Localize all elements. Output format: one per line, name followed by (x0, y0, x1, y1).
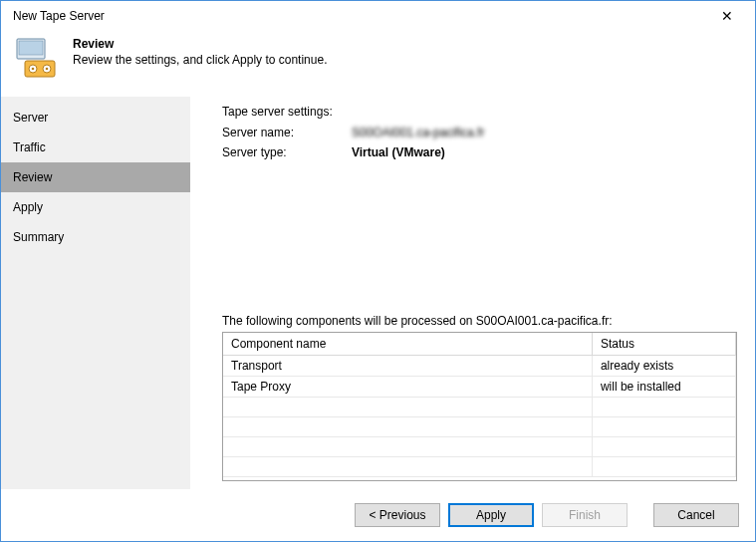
page-title: Review (73, 37, 327, 51)
settings-heading: Tape server settings: (222, 105, 737, 119)
close-icon: ✕ (721, 8, 733, 24)
server-name-value: S00OAI001.ca-pacifica.fr (352, 123, 484, 142)
component-name-cell: Transport (223, 356, 592, 377)
wizard-header: Review Review the settings, and click Ap… (1, 31, 755, 97)
tape-server-icon (15, 37, 59, 81)
finish-button: Finish (542, 503, 628, 527)
table-row (223, 398, 736, 417)
review-panel: Tape server settings: Server name: S00OA… (190, 97, 755, 489)
col-component-name[interactable]: Component name (223, 333, 592, 356)
wizard-steps-sidebar: Server Traffic Review Apply Summary (1, 97, 190, 489)
page-subtitle: Review the settings, and click Apply to … (73, 53, 327, 67)
components-table: Component name Status Transport already … (222, 332, 737, 481)
svg-rect-1 (19, 41, 43, 55)
close-button[interactable]: ✕ (707, 2, 747, 30)
server-type-row: Server type: Virtual (VMware) (222, 142, 737, 162)
sidebar-item-traffic[interactable]: Traffic (1, 133, 190, 162)
table-row (223, 457, 736, 477)
sidebar-item-apply[interactable]: Apply (1, 192, 190, 222)
server-type-label: Server type: (222, 142, 352, 162)
wizard-window: New Tape Server ✕ Review Review the sett… (0, 0, 756, 542)
table-row (223, 437, 736, 457)
wizard-body: Server Traffic Review Apply Summary Tape… (1, 97, 755, 489)
component-status-cell: will be installed (592, 377, 735, 398)
apply-button[interactable]: Apply (448, 503, 534, 527)
header-text: Review Review the settings, and click Ap… (73, 37, 327, 67)
sidebar-item-summary[interactable]: Summary (1, 222, 190, 252)
component-status-cell: already exists (592, 356, 735, 377)
titlebar: New Tape Server ✕ (1, 1, 755, 31)
server-name-row: Server name: S00OAI001.ca-pacifica.fr (222, 123, 737, 142)
table-row[interactable]: Tape Proxy will be installed (223, 377, 736, 398)
wizard-footer: < Previous Apply Finish Cancel (1, 489, 755, 541)
component-name-cell: Tape Proxy (223, 377, 592, 398)
table-header-row: Component name Status (223, 333, 736, 356)
col-status[interactable]: Status (592, 333, 735, 356)
table-row[interactable]: Transport already exists (223, 356, 736, 377)
sidebar-item-review[interactable]: Review (1, 162, 190, 192)
window-title: New Tape Server (13, 9, 707, 23)
components-label: The following components will be process… (222, 314, 737, 328)
server-name-label: Server name: (222, 123, 352, 142)
sidebar-item-server[interactable]: Server (1, 103, 190, 133)
previous-button[interactable]: < Previous (355, 503, 440, 527)
table-row (223, 417, 736, 437)
svg-point-5 (32, 68, 35, 71)
svg-point-6 (46, 68, 49, 71)
server-type-value: Virtual (VMware) (352, 142, 445, 162)
spacer (222, 162, 737, 314)
cancel-button[interactable]: Cancel (653, 503, 739, 527)
